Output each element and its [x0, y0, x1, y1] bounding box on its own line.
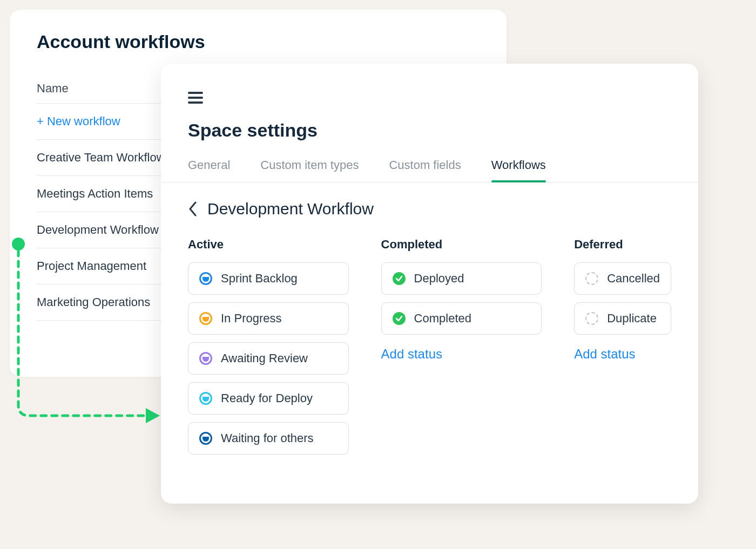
status-label: Sprint Backlog	[221, 272, 298, 286]
column-header-active: Active	[188, 238, 349, 252]
status-card[interactable]: Sprint Backlog	[188, 262, 349, 295]
add-status-button[interactable]: Add status	[574, 347, 671, 362]
tab-workflows[interactable]: Workflows	[491, 154, 546, 182]
settings-tabs: General Custom item types Custom fields …	[161, 154, 698, 182]
status-card[interactable]: Duplicate	[574, 302, 671, 335]
column-deferred: Deferred Cancelled Duplicate Add status	[574, 238, 671, 462]
status-icon	[199, 312, 212, 325]
check-circle-icon	[393, 312, 406, 325]
check-circle-icon	[393, 272, 406, 285]
column-completed: Completed Deployed Completed Add status	[381, 238, 542, 462]
status-label: Completed	[414, 311, 471, 326]
tab-general[interactable]: General	[188, 154, 230, 182]
column-active: Active Sprint Backlog In Progress Awaiti…	[188, 238, 349, 462]
back-chevron-icon[interactable]	[188, 201, 198, 216]
status-icon	[199, 352, 212, 365]
status-label: Deployed	[414, 272, 464, 286]
space-settings-panel: Space settings General Custom item types…	[161, 64, 698, 504]
status-card[interactable]: In Progress	[188, 302, 349, 335]
status-card[interactable]: Completed	[381, 302, 542, 335]
status-icon	[199, 432, 212, 445]
workflow-name: Development Workflow	[207, 200, 374, 218]
tab-custom-fields[interactable]: Custom fields	[389, 154, 461, 182]
status-label: Cancelled	[607, 272, 660, 286]
status-label: In Progress	[221, 311, 282, 326]
column-header-completed: Completed	[381, 238, 542, 252]
column-header-deferred: Deferred	[574, 238, 671, 252]
dashed-circle-icon	[585, 312, 598, 325]
status-label: Ready for Deploy	[221, 391, 313, 405]
status-label: Waiting for others	[221, 431, 314, 445]
add-status-button[interactable]: Add status	[381, 347, 542, 362]
status-card[interactable]: Cancelled	[574, 262, 671, 295]
status-card[interactable]: Deployed	[381, 262, 542, 295]
status-icon	[199, 272, 212, 285]
dashed-circle-icon	[585, 272, 598, 285]
status-icon	[199, 392, 212, 405]
status-card[interactable]: Ready for Deploy	[188, 382, 349, 415]
status-label: Duplicate	[607, 311, 657, 326]
workflow-columns: Active Sprint Backlog In Progress Awaiti…	[188, 238, 671, 462]
status-card[interactable]: Waiting for others	[188, 422, 349, 455]
status-card[interactable]: Awaiting Review	[188, 342, 349, 375]
hamburger-menu-icon[interactable]	[188, 92, 203, 104]
status-label: Awaiting Review	[221, 351, 308, 365]
space-settings-title: Space settings	[188, 120, 671, 141]
page-title: Account workflows	[37, 31, 480, 52]
breadcrumb: Development Workflow	[188, 200, 671, 218]
tab-custom-item-types[interactable]: Custom item types	[260, 154, 359, 182]
